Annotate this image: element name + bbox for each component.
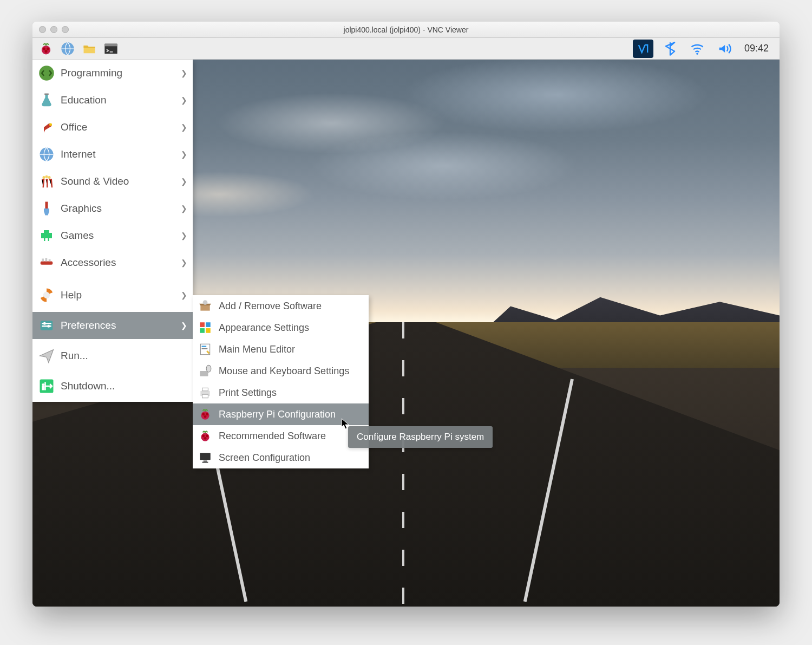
svg-point-46 [204, 415, 207, 418]
menu-item-label: Graphics [61, 203, 102, 214]
clock[interactable]: 09:42 [741, 43, 772, 54]
menu-item-label: Programming [61, 67, 122, 79]
vnc-tray-icon[interactable] [633, 40, 653, 58]
svg-point-26 [47, 325, 50, 328]
chevron-right-icon: ❯ [181, 291, 187, 299]
submenu-item-screen-configuration[interactable]: Screen Configuration [193, 447, 369, 468]
menu-item-label: Office [61, 121, 87, 133]
file-manager-button[interactable] [79, 40, 100, 58]
submenu-item-add-remove-software[interactable]: Add / Remove Software [193, 295, 369, 317]
mac-titlebar: jolpi400.local (jolpi400) - VNC Viewer [32, 22, 780, 38]
menu-item-accessories[interactable]: Accessories❯ [32, 249, 193, 276]
svg-rect-51 [200, 453, 211, 460]
exit-icon [37, 376, 56, 396]
svg-rect-32 [206, 322, 211, 327]
svg-point-48 [202, 435, 205, 438]
svg-rect-34 [206, 328, 211, 333]
taskbar: 09:42 [32, 38, 780, 60]
svg-point-30 [203, 300, 208, 305]
svg-point-2 [47, 47, 49, 50]
lifebuoy-icon [37, 285, 56, 305]
svg-rect-16 [41, 262, 53, 265]
menu-item-shutdown[interactable]: Shutdown... [32, 373, 193, 400]
svg-point-49 [206, 435, 208, 438]
brush-icon [37, 199, 56, 218]
svg-point-25 [43, 322, 46, 325]
code-icon [37, 63, 56, 83]
submenu-item-appearance-settings[interactable]: Appearance Settings [193, 317, 369, 338]
menu-item-label: Education [61, 94, 107, 106]
invader-icon [37, 226, 56, 245]
svg-point-7 [696, 53, 698, 55]
monitor-icon [197, 449, 213, 466]
menu-item-games[interactable]: Games❯ [32, 222, 193, 249]
remote-desktop: 09:42 Programming❯Education❯Office❯Inter… [32, 38, 780, 607]
paperplane-icon [37, 346, 56, 366]
svg-point-3 [44, 50, 47, 53]
chevron-right-icon: ❯ [181, 150, 187, 159]
chevron-right-icon: ❯ [181, 96, 187, 105]
box-icon [197, 298, 213, 314]
menu-item-office[interactable]: Office❯ [32, 114, 193, 141]
menu-item-internet[interactable]: Internet❯ [32, 141, 193, 168]
raspberry-menu-button[interactable] [36, 40, 56, 58]
mouse-icon [197, 363, 213, 379]
svg-point-14 [48, 176, 51, 179]
menu-item-preferences[interactable]: Preferences❯ [32, 312, 193, 339]
menu-item-label: Mouse and Keyboard Settings [219, 366, 349, 377]
wifi-tray-icon[interactable] [687, 40, 708, 58]
menu-item-help[interactable]: Help❯ [32, 282, 193, 309]
svg-rect-42 [202, 394, 208, 398]
svg-rect-41 [202, 388, 208, 390]
menu-item-run[interactable]: Run... [32, 342, 193, 369]
web-browser-button[interactable] [57, 40, 78, 58]
bluetooth-tray-icon[interactable] [660, 40, 680, 58]
svg-rect-29 [42, 386, 44, 390]
svg-rect-19 [49, 259, 51, 262]
svg-rect-9 [44, 94, 49, 95]
preferences-submenu: Add / Remove SoftwareAppearance Settings… [193, 295, 369, 468]
svg-rect-6 [104, 43, 117, 46]
menu-item-label: Accessories [61, 257, 116, 269]
svg-point-1 [43, 47, 45, 50]
svg-rect-52 [204, 460, 207, 461]
menu-item-label: Appearance Settings [219, 322, 309, 334]
menu-item-label: Recommended Software [219, 431, 326, 442]
svg-rect-38 [200, 371, 208, 376]
svg-point-28 [42, 383, 44, 386]
menu-item-label: Add / Remove Software [219, 301, 322, 312]
terminal-button[interactable] [101, 40, 121, 58]
menu-item-education[interactable]: Education❯ [32, 87, 193, 114]
window-title: jolpi400.local (jolpi400) - VNC Viewer [32, 25, 780, 34]
chevron-right-icon: ❯ [181, 204, 187, 213]
lamp-icon [37, 118, 56, 137]
submenu-item-mouse-and-keyboard-settings[interactable]: Mouse and Keyboard Settings [193, 360, 369, 382]
menu-item-graphics[interactable]: Graphics❯ [32, 195, 193, 222]
volume-tray-icon[interactable] [714, 40, 735, 58]
menu-item-label: Main Menu Editor [219, 344, 295, 355]
raspberry-icon [197, 406, 213, 422]
palette-icon [197, 320, 213, 336]
raspberry-icon [197, 428, 213, 444]
globe-icon [37, 145, 56, 164]
menu-item-label: Print Settings [219, 387, 277, 399]
menu-item-label: Internet [61, 148, 95, 160]
svg-point-39 [206, 365, 211, 372]
svg-rect-18 [45, 258, 48, 261]
submenu-item-print-settings[interactable]: Print Settings [193, 382, 369, 403]
svg-rect-31 [200, 322, 205, 327]
svg-rect-17 [42, 259, 44, 262]
svg-rect-53 [202, 462, 208, 463]
svg-rect-15 [45, 202, 48, 209]
menu-item-sound-video[interactable]: Sound & Video❯ [32, 168, 193, 195]
menu-item-label: Preferences [61, 320, 116, 331]
printer-icon [197, 385, 213, 401]
submenu-item-main-menu-editor[interactable]: Main Menu Editor [193, 338, 369, 360]
svg-point-10 [49, 123, 52, 126]
svg-point-45 [206, 413, 208, 416]
popcorn-icon [37, 172, 56, 191]
menu-item-programming[interactable]: Programming❯ [32, 60, 193, 87]
svg-point-44 [202, 413, 205, 416]
menu-item-label: Sound & Video [61, 175, 129, 187]
menu-item-label: Run... [61, 350, 88, 362]
